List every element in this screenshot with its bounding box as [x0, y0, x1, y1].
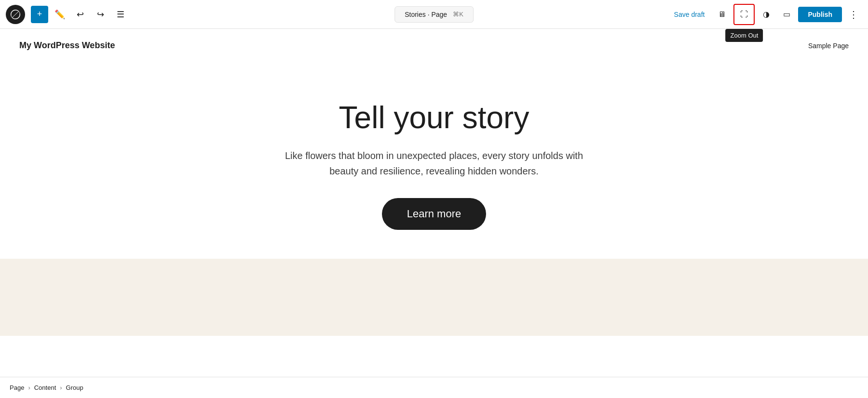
- styles-button[interactable]: ◑: [758, 6, 775, 23]
- zoom-out-icon: ⛶: [740, 10, 748, 19]
- breadcrumb-page[interactable]: Page: [10, 384, 24, 391]
- publish-button[interactable]: Publish: [798, 7, 842, 22]
- add-button[interactable]: +: [31, 6, 48, 23]
- site-nav: Sample Page: [808, 42, 849, 50]
- canvas-wrapper: My WordPress Website Sample Page Tell yo…: [0, 29, 868, 377]
- zoom-out-button[interactable]: ⛶: [735, 6, 753, 23]
- redo-button[interactable]: ↪: [92, 6, 109, 23]
- nav-sample-page[interactable]: Sample Page: [808, 42, 849, 50]
- main-area: My WordPress Website Sample Page Tell yo…: [0, 29, 868, 377]
- list-icon: ☰: [117, 9, 124, 20]
- list-view-button[interactable]: ☰: [112, 6, 129, 23]
- page-title-button[interactable]: Stories · Page ⌘K: [394, 6, 474, 23]
- footer-area: [0, 259, 868, 336]
- breadcrumb-group[interactable]: Group: [66, 384, 83, 391]
- save-draft-button[interactable]: Save draft: [668, 7, 711, 22]
- site-title: My WordPress Website: [19, 40, 115, 51]
- plus-icon: +: [37, 9, 42, 19]
- redo-icon: ↪: [97, 9, 104, 20]
- breadcrumb-content[interactable]: Content: [34, 384, 56, 391]
- page-title-center: Stories · Page ⌘K: [394, 6, 474, 23]
- undo-icon: ↩: [77, 9, 84, 20]
- site-header: My WordPress Website Sample Page: [0, 29, 868, 62]
- learn-more-button[interactable]: Learn more: [382, 198, 487, 230]
- hero-description: Like flowers that bloom in unexpected pl…: [270, 148, 598, 179]
- page-title-text: Stories · Page: [405, 11, 447, 18]
- zoom-out-wrapper: ⛶ Zoom Out: [733, 4, 755, 25]
- more-options-button[interactable]: ⋮: [845, 6, 862, 23]
- desktop-icon: 🖥: [718, 10, 726, 19]
- breadcrumb-sep-2: ›: [60, 384, 62, 391]
- toolbar-right: Save draft 🖥 ⛶ Zoom Out ◑ ▭ Publish ⋮: [668, 4, 862, 25]
- hero-section: Tell your story Like flowers that bloom …: [0, 62, 868, 259]
- undo-button[interactable]: ↩: [71, 6, 89, 23]
- pencil-icon: ✏️: [54, 9, 65, 20]
- sidebar-toggle-button[interactable]: ▭: [778, 6, 795, 23]
- sidebar-icon: ▭: [783, 10, 790, 19]
- breadcrumb-sep-1: ›: [28, 384, 30, 391]
- toolbar: + ✏️ ↩ ↪ ☰ Stories · Page ⌘K Save draft …: [0, 0, 868, 29]
- hero-title: Tell your story: [339, 101, 529, 134]
- wp-logo-button[interactable]: [6, 5, 25, 24]
- keyboard-shortcut: ⌘K: [453, 11, 463, 18]
- edit-tool-button[interactable]: ✏️: [51, 6, 68, 23]
- desktop-preview-button[interactable]: 🖥: [713, 6, 731, 23]
- more-icon: ⋮: [849, 9, 858, 20]
- contrast-icon: ◑: [763, 10, 770, 19]
- breadcrumb-bar: Page › Content › Group: [0, 377, 868, 398]
